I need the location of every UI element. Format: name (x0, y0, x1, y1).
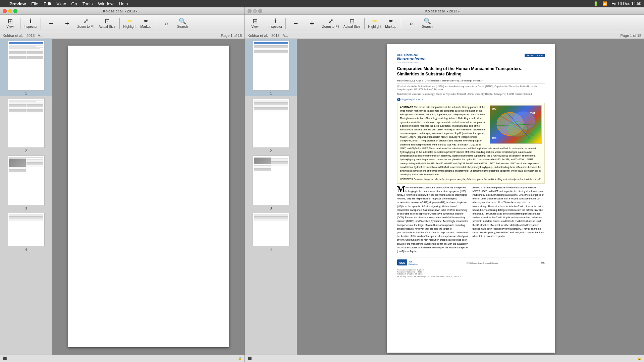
toolbar-sep-3 (119, 18, 120, 29)
dates-section: Received: September 6, 2012 Accepted: Oc… (397, 269, 545, 275)
right-highlight-icon: ✏ (372, 18, 377, 24)
right-thumbnail-label: Koldsø et al. - 2013 - A... (248, 34, 288, 38)
right-thumb-img-2 (253, 98, 289, 148)
left-status-left: ⬛ (3, 357, 7, 360)
right-thumbnail-3[interactable]: 3 (245, 154, 297, 211)
app-container: Koldsø et al. - 2013 - ... ⊞ View ℹ Insp… (0, 7, 644, 362)
zoom-to-fit-button[interactable]: ⤢ Zoom to Fit (76, 16, 96, 31)
actual-size-icon: ⊡ (105, 18, 110, 24)
wifi-icon: 📶 (602, 1, 607, 6)
menu-window[interactable]: Window (98, 1, 113, 6)
abstract-label: ABSTRACT: (400, 106, 414, 108)
menubar: Preview File Edit View Go Tools Window H… (0, 0, 644, 7)
right-maximize-button[interactable] (258, 9, 262, 13)
right-actual-size-button[interactable]: ⊡ Actual Size (342, 16, 362, 31)
menu-view[interactable]: View (57, 1, 66, 6)
view-button[interactable]: ⊞ View (3, 16, 17, 31)
page-number: 295 (541, 262, 545, 264)
more-icon: » (165, 20, 168, 26)
actual-size-button[interactable]: ⊡ Actual Size (97, 16, 117, 31)
right-search-button[interactable]: 🔍 Search (420, 16, 435, 31)
right-search-icon: 🔍 (424, 18, 431, 24)
left-status-right: 🔒 (238, 357, 242, 360)
inspector-icon: ℹ (30, 18, 32, 24)
right-zoom-out-button[interactable]: − (288, 16, 303, 31)
thumb-img-2 (8, 98, 45, 148)
right-highlight-button[interactable]: ✏ Highlight (367, 16, 382, 31)
thumbnail-2[interactable]: 2 (0, 96, 52, 154)
doc-authors: Heidi Koldsø,†,§ Anja B. Christiansen,† … (397, 79, 545, 82)
right-highlight-label: Highlight (368, 25, 381, 28)
right-doc-page: ACS Chemical Neuroscience pubs.acs.org/c… (387, 44, 555, 353)
right-markup-button[interactable]: ✒ Markup (383, 16, 398, 31)
right-thumbnail-2[interactable]: 2 (245, 96, 297, 154)
thumbnail-4[interactable]: 4 (0, 211, 52, 252)
view-label: View (6, 25, 14, 28)
right-thumb-img-3 (253, 156, 289, 205)
more-button[interactable]: » (159, 16, 174, 31)
highlight-button[interactable]: ✏ Highlight (122, 16, 137, 31)
zoom-in-button[interactable]: + (60, 16, 74, 31)
right-doc-viewer: Downloaded via UNIV NOVA DE LISOBA on Ju… (298, 39, 644, 355)
right-zoom-to-fit-label: Zoom to Fit (322, 25, 339, 28)
right-thumb-num-2: 2 (270, 149, 272, 153)
menu-preview[interactable]: Preview (9, 1, 26, 6)
menu-edit[interactable]: Edit (44, 1, 51, 6)
thumbnail-1[interactable]: 1 (0, 39, 52, 96)
menu-help[interactable]: Help (119, 1, 128, 6)
doc-body: M Monoamine transporters are secondary a… (397, 186, 545, 253)
left-statusbar: ⬛ 🔒 (0, 355, 245, 362)
svg-text:ACS: ACS (399, 261, 405, 264)
left-thumbnail-label: Koldsø et al. - 2013 - A... (3, 34, 43, 38)
right-search-label: Search (422, 25, 433, 28)
search-icon: 🔍 (179, 18, 186, 24)
inspector-button[interactable]: ℹ Inspector (23, 16, 38, 31)
right-minimize-button[interactable] (253, 9, 257, 13)
right-thumb-num-3: 3 (270, 206, 272, 210)
right-zoom-to-fit-button[interactable]: ⤢ Zoom to Fit (321, 16, 341, 31)
svg-text:Publications: Publications (409, 263, 418, 265)
right-thumbnail-4[interactable]: 4 (245, 211, 297, 252)
supporting-info: i Supporting Information (397, 98, 545, 101)
markup-label: Markup (140, 25, 151, 28)
menu-file[interactable]: File (31, 1, 38, 6)
menu-tools[interactable]: Tools (83, 1, 93, 6)
maximize-button[interactable] (13, 9, 17, 13)
right-titlebar: Koldsø et al. - 2013 - ... (245, 7, 644, 15)
research-badge: Research Article (525, 54, 544, 57)
doc-figure-image: TM3 TM4 TM8 (490, 105, 542, 144)
left-toolbar: ⊞ View ℹ Inspector − + ⤢ Zoom to Fit ⊡ A… (0, 15, 245, 32)
svg-text:TM8: TM8 (492, 137, 496, 139)
close-button[interactable] (3, 9, 7, 13)
right-toolbar-sep-4 (401, 18, 401, 29)
right-view-button[interactable]: ⊞ View (248, 16, 262, 31)
right-thumbnail-1[interactable]: 1 (245, 39, 297, 96)
search-button[interactable]: 🔍 Search (175, 16, 190, 31)
highlight-label: Highlight (123, 25, 137, 28)
actual-size-label: Actual Size (99, 25, 115, 28)
zoom-out-button[interactable]: − (44, 16, 58, 31)
right-zoom-out-icon: − (294, 20, 298, 27)
thumb-num-3: 3 (25, 206, 27, 210)
markup-button[interactable]: ✒ Markup (139, 16, 153, 31)
keywords: KEYWORDS: Serotonin transporter, dopamin… (400, 178, 542, 181)
journal-sub: Neuroscience (397, 57, 426, 61)
left-doc-viewer (53, 39, 245, 355)
acs-pub-logo: ACS ACS Publications (397, 259, 424, 267)
right-close-button[interactable] (248, 9, 252, 13)
right-toolbar-sep-1 (265, 18, 265, 29)
right-toolbar: ⊞ View ℹ Inspector − + ⤢ Zoom to Fit ⊡ A… (245, 15, 644, 32)
thumbnail-3[interactable]: 3 (0, 154, 52, 211)
right-more-button[interactable]: » (404, 16, 419, 31)
zoom-in-icon: + (65, 20, 69, 27)
thumb-num-1: 1 (25, 92, 27, 96)
right-inspector-button[interactable]: ℹ Inspector (268, 16, 283, 31)
inspector-label: Inspector (23, 25, 37, 28)
minimize-button[interactable] (8, 9, 12, 13)
doi-text: dx.doi.org/10.1021/cn300148r | ACS Chem.… (397, 276, 545, 278)
acs-logo-area: ACS Chemical Neuroscience pubs.acs.org/c… (397, 54, 426, 63)
right-zoom-in-button[interactable]: + (305, 16, 319, 31)
right-more-icon: » (410, 20, 413, 26)
menu-go[interactable]: Go (71, 1, 77, 6)
right-statusbar: ⬛ 🔒 (245, 355, 644, 362)
